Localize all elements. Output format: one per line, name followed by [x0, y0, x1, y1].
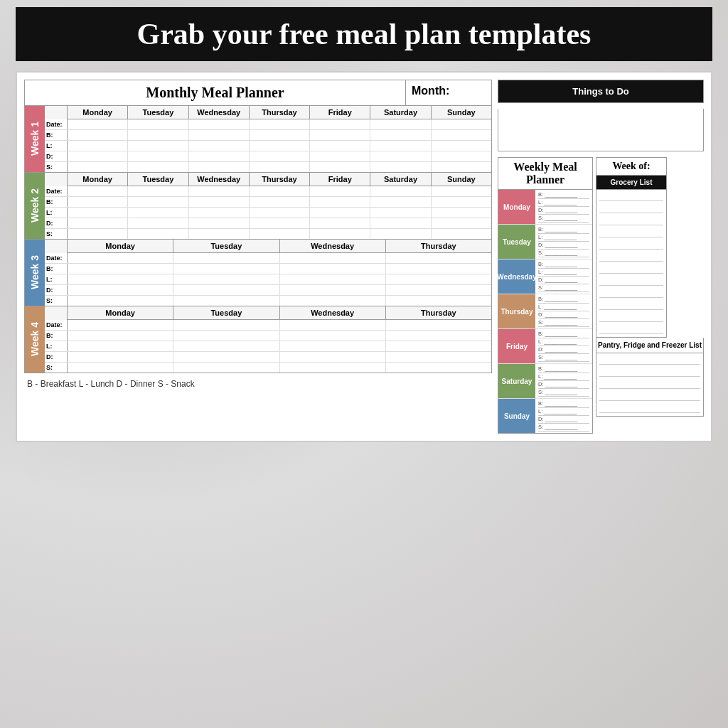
pantry-title: Pantry, Fridge and Freezer List	[596, 338, 703, 353]
spacer3	[45, 240, 68, 253]
w3-wed-h: Wednesday	[280, 240, 386, 253]
pantry-line-2	[599, 368, 700, 377]
grocery-line-10	[599, 301, 663, 310]
w1-wed-s[interactable]	[189, 162, 250, 172]
weekly-friday-content[interactable]: B: ___________ L: ___________ D: _______…	[535, 329, 592, 363]
w1-sat-d[interactable]	[370, 151, 431, 161]
thu-header: Thursday	[250, 106, 310, 119]
w1-fri-date[interactable]	[310, 119, 370, 129]
l-label: L:	[45, 141, 68, 151]
weekly-sunday-content[interactable]: B: ___________ L: ___________ D: _______…	[535, 399, 592, 433]
w2-sat-h: Saturday	[370, 173, 431, 186]
w1-tue-s[interactable]	[128, 162, 188, 172]
weekly-wednesday-label: Wednesday	[498, 259, 535, 294]
w1-wed-d[interactable]	[189, 151, 250, 161]
w1-mon-d[interactable]	[68, 151, 128, 161]
d-label: D:	[45, 151, 68, 161]
w1-tue-b[interactable]	[128, 130, 188, 140]
grocery-lines[interactable]	[596, 190, 666, 337]
w1-fri-s[interactable]	[310, 162, 370, 172]
week2-block: Week 2 Monday Tuesday Wednesday Thursday…	[24, 173, 492, 240]
mon-header: Monday	[68, 106, 128, 119]
w1-sun-d[interactable]	[432, 151, 491, 161]
w1-thu-l[interactable]	[250, 141, 310, 151]
w3-mon-h: Monday	[68, 240, 173, 253]
fri-header: Friday	[310, 106, 370, 119]
w1-fri-d[interactable]	[310, 151, 370, 161]
w1-fri-b[interactable]	[310, 130, 370, 140]
w1-tue-date[interactable]	[128, 119, 188, 129]
w1-wed-b[interactable]	[189, 130, 250, 140]
sun-s-line: S: ___________	[538, 424, 589, 432]
w1-fri-l[interactable]	[310, 141, 370, 151]
w1-sat-date[interactable]	[370, 119, 431, 129]
tue-l-line: L: ___________	[538, 234, 589, 242]
weekly-thursday-content[interactable]: B: ___________ L: ___________ D: _______…	[535, 294, 592, 328]
week1-b-row: B:	[45, 130, 491, 141]
weekly-sunday-label: Sunday	[498, 399, 535, 433]
w1-sat-s[interactable]	[370, 162, 431, 172]
week3-label: Week 3	[25, 240, 45, 306]
w4-tue-h: Tuesday	[173, 306, 279, 320]
w1-wed-l[interactable]	[189, 141, 250, 151]
tue-d-line: D: ___________	[538, 242, 589, 250]
week1-date-row: Date:	[45, 119, 491, 130]
things-to-do-area[interactable]	[498, 109, 704, 151]
sat-l-line: L: ___________	[538, 373, 589, 381]
w1-tue-d[interactable]	[128, 151, 188, 161]
weekly-saturday-content[interactable]: B: ___________ L: ___________ D: _______…	[535, 364, 592, 398]
weekly-tuesday-label: Tuesday	[498, 225, 535, 259]
w1-tue-l[interactable]	[128, 141, 188, 151]
week4-grid: Monday Tuesday Wednesday Thursday Date: …	[45, 306, 491, 373]
week4-meal-rows: Date: B: L: D: S:	[45, 320, 491, 373]
weekly-sunday-row: Sunday B: ___________ L: ___________ D: …	[498, 399, 592, 433]
w1-sat-l[interactable]	[370, 141, 431, 151]
grocery-line-6	[599, 253, 663, 262]
w1-mon-l[interactable]	[68, 141, 128, 151]
w1-thu-d[interactable]	[250, 151, 310, 161]
w2-tue-h: Tuesday	[128, 173, 188, 186]
week4-label: Week 4	[25, 306, 45, 373]
w1-mon-b[interactable]	[68, 130, 128, 140]
main-content: Monthly Meal Planner Month: Week 1 Monda…	[16, 71, 712, 442]
pantry-section: Pantry, Fridge and Freezer List	[596, 338, 704, 417]
w1-thu-date[interactable]	[250, 119, 310, 129]
thu-b-line: B: ___________	[538, 296, 589, 304]
w1-sun-b[interactable]	[432, 130, 491, 140]
w4-mon-h: Monday	[68, 306, 173, 320]
w1-thu-b[interactable]	[250, 130, 310, 140]
weekly-planner: Weekly Meal Planner Monday B: __________…	[498, 157, 593, 434]
sat-d-line: D: ___________	[538, 381, 589, 389]
tue-s-line: S: ___________	[538, 250, 589, 257]
w1-sun-l[interactable]	[432, 141, 491, 151]
w1-mon-date[interactable]	[68, 119, 128, 129]
pantry-line-1	[599, 356, 700, 365]
week3-header-row: Monday Tuesday Wednesday Thursday	[45, 240, 491, 253]
grocery-line-2	[599, 205, 663, 213]
weekly-monday-content[interactable]: B: ___________ L: ___________ D: _______…	[535, 190, 592, 224]
weekly-thursday-row: Thursday B: ___________ L: ___________ D…	[498, 294, 592, 329]
weekly-tuesday-content[interactable]: B: ___________ L: ___________ D: _______…	[535, 225, 592, 259]
w2-mon-h: Monday	[68, 173, 128, 186]
w1-sun-s[interactable]	[432, 162, 491, 172]
w1-sun-date[interactable]	[432, 119, 491, 129]
w1-sat-b[interactable]	[370, 130, 431, 140]
grocery-line-9	[599, 289, 663, 298]
weekly-wednesday-content[interactable]: B: ___________ L: ___________ D: _______…	[535, 259, 592, 294]
grocery-line-11	[599, 314, 663, 322]
spacer4	[45, 306, 68, 320]
week1-l-row: L:	[45, 141, 491, 151]
grocery-section: Week of: Grocery List	[596, 157, 667, 338]
week1-grid: Monday Tuesday Wednesday Thursday Friday…	[45, 106, 491, 172]
w1-thu-s[interactable]	[250, 162, 310, 172]
sat-header: Saturday	[370, 106, 431, 119]
thu-s-line: S: ___________	[538, 319, 589, 327]
pantry-lines[interactable]	[596, 353, 703, 416]
tue-header: Tuesday	[128, 106, 188, 119]
w1-wed-date[interactable]	[189, 119, 250, 129]
weekly-tuesday-row: Tuesday B: ___________ L: ___________ D:…	[498, 225, 592, 259]
spacer2	[45, 173, 68, 186]
monthly-section: Monthly Meal Planner Month: Week 1 Monda…	[24, 80, 492, 434]
sun-b-line: B: ___________	[538, 400, 589, 408]
w1-mon-s[interactable]	[68, 162, 128, 172]
